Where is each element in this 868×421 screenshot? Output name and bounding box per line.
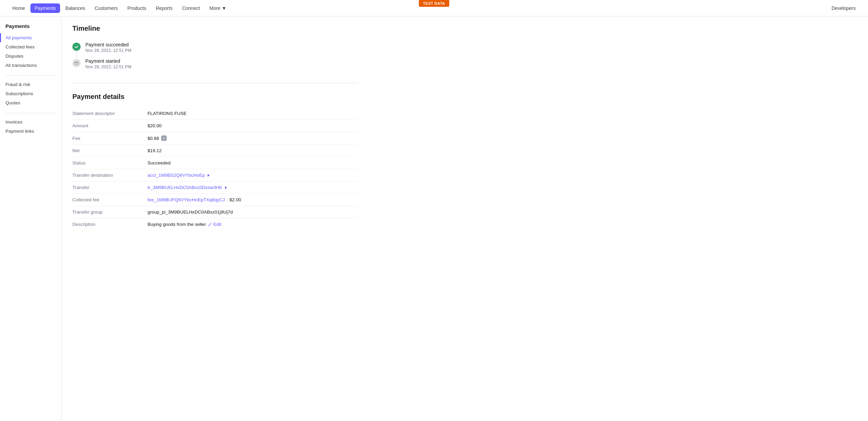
detail-row-7: Collected fee fee_1M9BUFQ6VYbcHoEpTXq8qy… [72, 194, 358, 206]
detail-value-6: tr_3M9BUELHxDC0ABxz0Dssw3HK [148, 185, 227, 190]
sidebar-divider-1 [5, 75, 56, 76]
nav-balances[interactable]: Balances [61, 3, 89, 13]
transfer-arrow [225, 186, 227, 189]
sidebar-item-subscriptions[interactable]: Subscriptions [0, 89, 61, 98]
sidebar-group-extra: Fraud & risk Subscriptions Quotes [0, 80, 61, 107]
sidebar-item-invoices[interactable]: Invoices [0, 117, 61, 127]
fee-info-icon[interactable]: i [161, 135, 167, 141]
detail-label-9: Description [72, 222, 148, 227]
sidebar-item-all-transactions[interactable]: All transactions [0, 61, 61, 70]
timeline-event-label-0: Payment succeeded [85, 42, 131, 47]
detail-label-1: Amount [72, 123, 148, 128]
detail-row-1: Amount $20.00 [72, 120, 358, 132]
detail-label-8: Transfer group [72, 209, 148, 215]
sidebar-item-payment-links[interactable]: Payment links [0, 127, 61, 136]
transfer-destination-arrow [208, 174, 210, 177]
svg-rect-0 [75, 62, 78, 64]
collected-fee-suffix: · $2.00 [227, 197, 241, 202]
timeline-title: Timeline [72, 25, 358, 32]
timeline-event-1: Payment started Nov 28, 2022, 12:51 PM [72, 56, 358, 72]
sidebar-item-all-payments[interactable]: All payments [0, 33, 61, 42]
pending-icon [72, 59, 81, 67]
detail-row-8: Transfer group group_pi_3M9BUELHxDC0ABxz… [72, 206, 358, 218]
detail-value-5: acct_1M9BS2Q6VYbcHoEp [148, 173, 210, 178]
detail-label-0: Statement descriptor [72, 111, 148, 116]
detail-value-8: group_pi_3M9BUELHxDC0ABxz01j9Uj7d [148, 209, 233, 215]
edit-pencil-icon [208, 222, 212, 227]
sidebar-item-quotes[interactable]: Quotes [0, 98, 61, 107]
nav-reports[interactable]: Reports [152, 3, 177, 13]
detail-row-5: Transfer destination acct_1M9BS2Q6VYbcHo… [72, 169, 358, 182]
sidebar-item-disputes[interactable]: Disputes [0, 52, 61, 61]
detail-row-6: Transfer tr_3M9BUELHxDC0ABxz0Dssw3HK [72, 182, 358, 194]
nav-more[interactable]: More ▼ [205, 3, 230, 13]
chevron-down-icon: ▼ [222, 5, 226, 11]
detail-row-3: Net $19.12 [72, 145, 358, 157]
nav-home[interactable]: Home [8, 3, 29, 13]
collected-fee-link[interactable]: fee_1M9BUFQ6VYbcHoEpTXq8qyCJ [148, 197, 225, 202]
detail-value-9: Buying goods from the seller Edit [148, 222, 221, 227]
detail-label-6: Transfer [72, 185, 148, 190]
payment-details-table: Statement descriptor FLATIRONS FUSE Amou… [72, 107, 358, 230]
timeline: Payment succeeded Nov 28, 2022, 12:51 PM… [72, 39, 358, 72]
transfer-destination-link[interactable]: acct_1M9BS2Q6VYbcHoEp [148, 173, 205, 178]
detail-value-2: $0.88 i [148, 135, 167, 141]
detail-label-2: Fee [72, 136, 148, 141]
success-icon [72, 43, 81, 51]
detail-row-0: Statement descriptor FLATIRONS FUSE [72, 107, 358, 120]
detail-value-4: Succeeded [148, 160, 171, 165]
nav-connect[interactable]: Connect [178, 3, 204, 13]
transfer-link[interactable]: tr_3M9BUELHxDC0ABxz0Dssw3HK [148, 185, 222, 190]
layout: Payments All payments Collected fees Dis… [0, 16, 868, 421]
detail-row-9: Description Buying goods from the seller… [72, 218, 358, 230]
svg-rect-2 [77, 62, 78, 62]
nav-products[interactable]: Products [123, 3, 150, 13]
detail-value-7: fee_1M9BUFQ6VYbcHoEpTXq8qyCJ · $2.00 [148, 197, 241, 202]
timeline-event-label-1: Payment started [85, 58, 131, 64]
nav-developers[interactable]: Developers [827, 3, 860, 13]
sidebar-divider-2 [5, 113, 56, 113]
detail-value-1: $20.00 [148, 123, 162, 128]
sidebar: Payments All payments Collected fees Dis… [0, 16, 61, 421]
detail-label-5: Transfer destination [72, 173, 148, 178]
svg-rect-1 [75, 62, 76, 62]
timeline-event-time-0: Nov 28, 2022, 12:51 PM [85, 48, 131, 53]
detail-label-4: Status [72, 160, 148, 165]
detail-row-4: Status Succeeded [72, 157, 358, 169]
test-data-badge: TEST DATA [419, 0, 449, 7]
sidebar-item-collected-fees[interactable]: Collected fees [0, 42, 61, 52]
detail-label-7: Collected fee [72, 197, 148, 202]
nav-right: Developers [827, 3, 860, 13]
main-content: Timeline Payment succeeded Nov 28, 2022,… [61, 16, 369, 421]
section-divider [72, 83, 358, 83]
detail-row-2: Fee $0.88 i [72, 132, 358, 145]
top-nav: Home Payments Balances Customers Product… [0, 0, 868, 16]
sidebar-section-title: Payments [0, 23, 61, 33]
sidebar-group-payments: All payments Collected fees Disputes All… [0, 33, 61, 70]
detail-label-3: Net [72, 148, 148, 153]
sidebar-group-bottom: Invoices Payment links [0, 117, 61, 136]
timeline-event-0: Payment succeeded Nov 28, 2022, 12:51 PM [72, 39, 358, 56]
nav-customers[interactable]: Customers [90, 3, 122, 13]
payment-details-title: Payment details [72, 93, 358, 101]
sidebar-item-fraud-risk[interactable]: Fraud & risk [0, 80, 61, 89]
detail-value-0: FLATIRONS FUSE [148, 111, 187, 116]
timeline-event-time-1: Nov 28, 2022, 12:51 PM [85, 64, 131, 69]
nav-items: Home Payments Balances Customers Product… [8, 3, 827, 13]
detail-value-3: $19.12 [148, 148, 162, 153]
description-edit-link[interactable]: Edit [208, 222, 221, 227]
nav-payments[interactable]: Payments [30, 3, 60, 13]
